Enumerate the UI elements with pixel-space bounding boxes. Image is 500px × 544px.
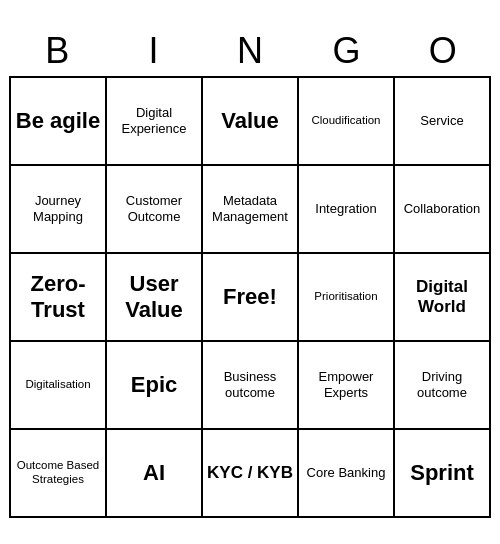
- cell-r1-c0: Journey Mapping: [11, 166, 107, 254]
- cell-text: AI: [143, 460, 165, 486]
- cell-text: Customer Outcome: [110, 193, 198, 224]
- cell-r1-c3: Integration: [299, 166, 395, 254]
- cell-text: KYC / KYB: [207, 463, 293, 483]
- cell-text: Digitalisation: [25, 378, 90, 392]
- cell-text: Be agile: [16, 108, 100, 134]
- bingo-card: BINGO Be agileDigital ExperienceValueClo…: [5, 22, 495, 522]
- cell-r4-c4: Sprint: [395, 430, 491, 518]
- cell-text: Digital World: [398, 277, 486, 318]
- cell-text: Value: [221, 108, 278, 134]
- cell-r3-c4: Driving outcome: [395, 342, 491, 430]
- cell-text: User Value: [110, 271, 198, 324]
- header-letter: G: [298, 26, 394, 76]
- cell-r0-c1: Digital Experience: [107, 78, 203, 166]
- cell-r3-c1: Epic: [107, 342, 203, 430]
- cell-text: Collaboration: [404, 201, 481, 217]
- cell-text: Metadata Management: [206, 193, 294, 224]
- bingo-grid: Be agileDigital ExperienceValueCloudific…: [9, 76, 491, 518]
- cell-r4-c0: Outcome Based Strategies: [11, 430, 107, 518]
- cell-r2-c3: Prioritisation: [299, 254, 395, 342]
- cell-text: Free!: [223, 284, 277, 310]
- cell-r0-c0: Be agile: [11, 78, 107, 166]
- cell-text: Journey Mapping: [14, 193, 102, 224]
- bingo-header: BINGO: [9, 26, 491, 76]
- cell-text: Prioritisation: [314, 290, 377, 304]
- cell-r3-c2: Business outcome: [203, 342, 299, 430]
- cell-text: Outcome Based Strategies: [14, 459, 102, 487]
- cell-text: Empower Experts: [302, 369, 390, 400]
- cell-text: Cloudification: [311, 114, 380, 128]
- cell-text: Integration: [315, 201, 376, 217]
- cell-r2-c4: Digital World: [395, 254, 491, 342]
- cell-r1-c2: Metadata Management: [203, 166, 299, 254]
- header-letter: I: [105, 26, 201, 76]
- header-letter: B: [9, 26, 105, 76]
- cell-r1-c4: Collaboration: [395, 166, 491, 254]
- cell-text: Service: [420, 113, 463, 129]
- cell-text: Business outcome: [206, 369, 294, 400]
- header-letter: O: [395, 26, 491, 76]
- cell-text: Zero-Trust: [14, 271, 102, 324]
- cell-text: Driving outcome: [398, 369, 486, 400]
- cell-r3-c0: Digitalisation: [11, 342, 107, 430]
- cell-r2-c0: Zero-Trust: [11, 254, 107, 342]
- cell-r4-c1: AI: [107, 430, 203, 518]
- header-letter: N: [202, 26, 298, 76]
- cell-r0-c4: Service: [395, 78, 491, 166]
- cell-r2-c1: User Value: [107, 254, 203, 342]
- cell-text: Sprint: [410, 460, 474, 486]
- cell-r4-c2: KYC / KYB: [203, 430, 299, 518]
- cell-text: Core Banking: [307, 465, 386, 481]
- cell-text: Digital Experience: [110, 105, 198, 136]
- cell-r3-c3: Empower Experts: [299, 342, 395, 430]
- cell-r4-c3: Core Banking: [299, 430, 395, 518]
- cell-r0-c3: Cloudification: [299, 78, 395, 166]
- cell-r1-c1: Customer Outcome: [107, 166, 203, 254]
- cell-text: Epic: [131, 372, 177, 398]
- cell-r2-c2: Free!: [203, 254, 299, 342]
- cell-r0-c2: Value: [203, 78, 299, 166]
